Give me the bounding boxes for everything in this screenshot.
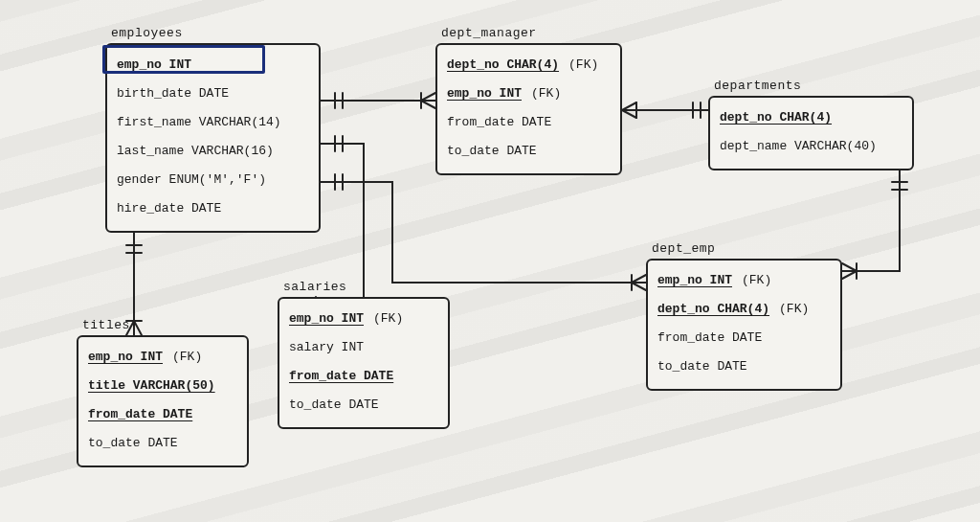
svg-line-3 [421, 93, 435, 101]
column-name: emp_no INT [117, 57, 191, 72]
column-name: birth_date DATE [117, 86, 229, 101]
column-name: dept_no CHAR(4) [447, 57, 559, 72]
svg-line-15 [632, 283, 646, 290]
fk-badge: (FK) [172, 350, 202, 364]
column-name: first_name VARCHAR(14) [117, 115, 281, 129]
column-name: title VARCHAR(50) [88, 378, 215, 393]
svg-line-14 [632, 275, 646, 283]
column: to_date DATE [447, 137, 611, 166]
entity-title: salaries [283, 280, 346, 294]
entity-title: titles [82, 318, 130, 332]
column: salary INT [289, 333, 438, 362]
column-name: dept_no CHAR(4) [720, 110, 832, 125]
column-name: to_date DATE [289, 397, 379, 412]
svg-line-7 [622, 102, 636, 110]
column: first_name VARCHAR(14) [117, 108, 309, 137]
column: dept_no CHAR(4)(FK) [447, 51, 611, 79]
column-name: from_date DATE [657, 330, 762, 345]
entity-title: dept_manager [441, 26, 537, 40]
svg-line-17 [842, 263, 857, 271]
column: emp_no INT(FK) [447, 79, 611, 108]
column: title VARCHAR(50) [88, 372, 237, 400]
column: emp_no INT(FK) [657, 266, 831, 295]
column-name: last_name VARCHAR(16) [117, 144, 274, 158]
column: emp_no INT [117, 51, 309, 79]
entity-dept-emp: dept_emp emp_no INT(FK)dept_no CHAR(4)(F… [646, 259, 842, 391]
column: from_date DATE [289, 362, 438, 391]
entity-salaries: salaries emp_no INT(FK)salary INTfrom_da… [278, 297, 450, 429]
column-name: dept_name VARCHAR(40) [720, 139, 877, 153]
entity-title: employees [111, 26, 183, 40]
column: from_date DATE [657, 324, 831, 352]
entity-title: departments [714, 79, 801, 93]
entity-departments: departments dept_no CHAR(4)dept_name VAR… [708, 96, 914, 170]
entity-title: dept_emp [652, 241, 715, 256]
column: to_date DATE [289, 391, 438, 420]
column-name: hire_date DATE [117, 201, 221, 216]
column: from_date DATE [447, 108, 611, 137]
column-name: emp_no INT [289, 311, 364, 326]
column-name: to_date DATE [447, 144, 537, 158]
column: to_date DATE [88, 429, 237, 458]
column: dept_no CHAR(4)(FK) [657, 295, 831, 324]
column: hire_date DATE [117, 194, 309, 223]
entity-employees: employees emp_no INTbirth_date DATEfirst… [105, 43, 321, 233]
fk-badge: (FK) [531, 86, 561, 101]
column-name: from_date DATE [447, 115, 551, 129]
fk-badge: (FK) [779, 302, 809, 316]
column: to_date DATE [657, 352, 831, 381]
column: emp_no INT(FK) [88, 343, 237, 372]
fk-badge: (FK) [373, 311, 403, 326]
column: from_date DATE [88, 400, 237, 429]
column: dept_name VARCHAR(40) [720, 132, 902, 161]
svg-line-18 [842, 271, 857, 279]
column: gender ENUM('M','F') [117, 166, 309, 194]
entity-dept-manager: dept_manager dept_no CHAR(4)(FK)emp_no I… [435, 43, 622, 175]
svg-line-4 [421, 101, 435, 108]
fk-badge: (FK) [742, 273, 771, 287]
fk-badge: (FK) [568, 57, 598, 72]
column: last_name VARCHAR(16) [117, 137, 309, 166]
column: emp_no INT(FK) [289, 305, 438, 333]
svg-line-28 [134, 321, 142, 335]
column-name: dept_no CHAR(4) [657, 302, 769, 316]
column-name: from_date DATE [88, 407, 192, 421]
column-name: emp_no INT [88, 350, 163, 364]
column-name: to_date DATE [88, 436, 178, 450]
column-name: emp_no INT [657, 273, 732, 287]
column-name: to_date DATE [657, 359, 747, 374]
entity-titles: titles emp_no INT(FK)title VARCHAR(50)fr… [77, 335, 249, 467]
svg-line-8 [622, 110, 636, 118]
er-diagram: employees emp_no INTbirth_date DATEfirst… [0, 0, 980, 522]
column: birth_date DATE [117, 79, 309, 108]
column-name: emp_no INT [447, 86, 522, 101]
column: dept_no CHAR(4) [720, 103, 902, 132]
column-name: salary INT [289, 340, 364, 354]
column-name: gender ENUM('M','F') [117, 172, 266, 187]
column-name: from_date DATE [289, 369, 393, 383]
